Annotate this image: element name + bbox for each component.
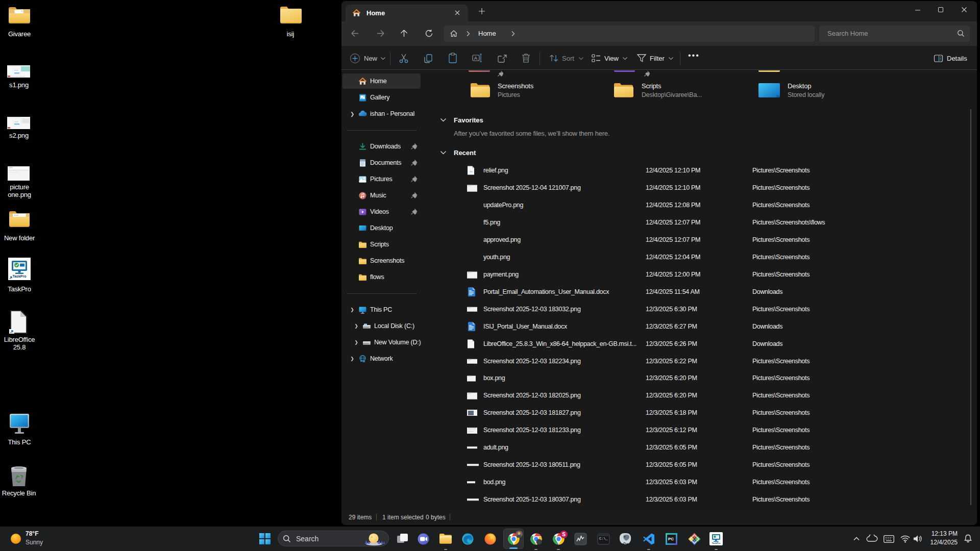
svg-text:TaskPro: TaskPro — [12, 274, 26, 278]
svg-text:TaskPro: TaskPro — [712, 542, 720, 544]
svg-text:A: A — [474, 56, 477, 61]
svg-text:C:\_: C:\_ — [599, 537, 608, 541]
svg-text:PC: PC — [668, 537, 674, 541]
